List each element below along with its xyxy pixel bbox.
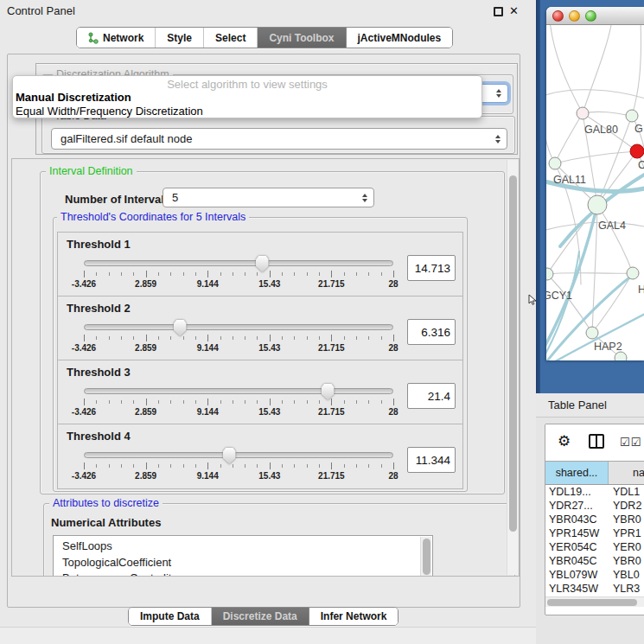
column-header-name[interactable]: na <box>609 462 644 484</box>
list-scrollbar-thumb[interactable] <box>423 539 430 575</box>
settings-scroll-panel: Interval Definition Number of Intervals … <box>11 158 520 577</box>
tab-label: jActiveMNodules <box>358 32 442 44</box>
tick-mark <box>270 271 271 277</box>
dropdown-prompt: Select algorithm to view settings <box>13 78 481 91</box>
table-row[interactable]: YLR345WYLR3 <box>545 582 644 596</box>
tick-mark <box>257 464 258 468</box>
threshold-slider-track[interactable] <box>84 452 393 458</box>
tick-mark <box>331 271 332 277</box>
node-gcy1[interactable] <box>546 268 553 280</box>
table-row[interactable]: YER054CYER0 <box>545 540 644 554</box>
cell-name: YDL1 <box>609 485 644 499</box>
tab-impute-data[interactable]: Impute Data <box>129 608 211 625</box>
table-row[interactable]: YDL19...YDL1 <box>545 485 644 499</box>
network-canvas[interactable]: GAL80GGAL11CGAL4GCY1HHAP2 <box>546 25 644 360</box>
node-right-h[interactable] <box>627 267 639 279</box>
threshold-value-field[interactable] <box>407 383 456 409</box>
tab-network[interactable]: Network <box>77 28 155 48</box>
attribute-list-item[interactable]: SelfLoops <box>54 539 432 555</box>
table-row[interactable]: YBR043CYBR0 <box>545 513 644 526</box>
tick-mark <box>245 400 245 404</box>
tab-label: Impute Data <box>140 610 200 622</box>
algorithm-dropdown-popup: Select algorithm to view settings Manual… <box>12 75 482 118</box>
tick-mark <box>381 400 382 404</box>
table-row[interactable]: YDR27...YDR2 <box>545 499 644 513</box>
table-row[interactable]: YPR145WYPR1 <box>545 526 644 540</box>
numerical-attributes-list[interactable]: SelfLoopsTopologicalCoefficientBetweenne… <box>53 535 433 577</box>
combo-arrows-icon <box>496 89 501 98</box>
node-label: HAP2 <box>594 341 622 353</box>
tab-style[interactable]: Style <box>155 28 203 48</box>
table-horizontal-scrollbar[interactable] <box>545 596 644 607</box>
tab-select[interactable]: Select <box>203 28 257 48</box>
network-edge-highlighted <box>546 205 597 347</box>
node-gal11[interactable] <box>549 157 561 169</box>
checkbox-icons[interactable]: ☑☑ <box>620 436 641 449</box>
tick-mark <box>356 336 357 340</box>
column-header-shared-name[interactable]: shared... <box>545 462 609 484</box>
table-row[interactable]: YBR045CYBR0 <box>545 554 644 568</box>
node-red[interactable] <box>630 144 644 158</box>
tab-label: Discretize Data <box>223 610 297 622</box>
tick-mark <box>146 271 147 277</box>
attributes-to-discretize-group: Attributes to discretize Numerical Attri… <box>43 503 515 577</box>
threshold-value-field[interactable] <box>407 319 456 345</box>
close-icon[interactable]: ✕ <box>509 4 519 17</box>
zoom-traffic-light-icon[interactable] <box>585 10 596 22</box>
gear-icon[interactable]: ⚙ <box>558 432 571 450</box>
node-label: GAL4 <box>598 220 626 232</box>
dropdown-option[interactable]: Equal Width/Frequency Discretization <box>13 105 481 118</box>
split-column-icon[interactable] <box>589 434 604 449</box>
tab-label: Infer Network <box>321 610 387 622</box>
tab-infer-network[interactable]: Infer Network <box>309 608 399 625</box>
minimize-traffic-light-icon[interactable] <box>569 10 580 22</box>
tick-mark <box>344 464 345 468</box>
node-bottom-cut[interactable] <box>615 352 627 360</box>
panel-scrollbar[interactable] <box>507 160 518 575</box>
attribute-list-item[interactable]: TopologicalCoefficient <box>54 555 432 571</box>
dropdown-option[interactable]: Manual Discretization <box>13 91 481 105</box>
attribute-list-item[interactable]: BetweennessCentrality <box>54 571 432 577</box>
cell-shared-name: YBL079W <box>545 568 609 582</box>
network-edge <box>546 108 555 163</box>
tick-mark <box>109 464 110 468</box>
table-data-combobox[interactable]: galFiltered.sif default node <box>51 128 507 150</box>
number-of-intervals-combobox[interactable]: 5 <box>163 188 374 207</box>
hscroll-thumb[interactable] <box>547 599 637 606</box>
tick-label: 2.859 <box>135 343 156 353</box>
list-scrollbar[interactable] <box>420 537 431 577</box>
threshold-value-field[interactable] <box>407 447 456 473</box>
network-window-titlebar[interactable] <box>546 7 644 25</box>
tick-mark <box>183 464 184 468</box>
tick-mark <box>307 464 308 468</box>
node-gal4[interactable] <box>588 195 607 214</box>
float-window-icon[interactable] <box>494 7 503 16</box>
tab-cyni-toolbox[interactable]: Cyni Toolbox <box>257 28 345 48</box>
node-hap2[interactable] <box>586 327 598 339</box>
tick-mark <box>331 462 332 469</box>
control-panel-tabbar: NetworkStyleSelectCyni ToolboxjActiveMNo… <box>76 27 453 48</box>
control-panel-titlebar: Control Panel ✕ <box>0 0 522 22</box>
threshold-row: Threshold 4-3.4262.8599.14415.4321.71528 <box>57 424 463 489</box>
interval-definition-group: Interval Definition Number of Intervals … <box>40 171 505 494</box>
close-traffic-light-icon[interactable] <box>552 10 564 22</box>
threshold-slider-track[interactable] <box>84 388 393 394</box>
tick-label: 28 <box>388 343 398 353</box>
table-row[interactable]: YBL079WYBL0 <box>545 568 644 582</box>
tick-mark <box>183 336 184 340</box>
threshold-slider-track[interactable] <box>84 260 393 266</box>
tab-discretize-data[interactable]: Discretize Data <box>211 608 309 625</box>
node-top-right[interactable] <box>626 110 638 122</box>
tick-label: 9.144 <box>197 407 219 417</box>
threshold-value-field[interactable] <box>407 255 456 281</box>
threshold-slider-track[interactable] <box>84 324 393 330</box>
tick-mark <box>109 336 110 340</box>
tick-mark <box>270 462 271 469</box>
tick-mark <box>393 335 394 341</box>
tick-mark <box>282 464 283 468</box>
tab-jactivemnodules[interactable]: jActiveMNodules <box>346 28 453 48</box>
node-gal80[interactable] <box>577 107 589 119</box>
network-edge <box>550 25 583 113</box>
tick-mark <box>133 336 134 340</box>
panel-scrollbar-thumb[interactable] <box>509 175 517 532</box>
